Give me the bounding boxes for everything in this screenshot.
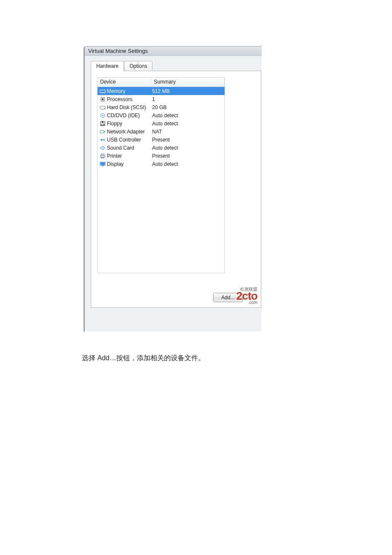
- vm-settings-window: Virtual Machine Settings Hardware Option…: [84, 46, 262, 332]
- device-summary: Auto detect: [152, 121, 223, 127]
- svg-rect-6: [102, 98, 104, 100]
- sound-icon: [99, 145, 106, 151]
- tab-options[interactable]: Options: [124, 61, 153, 71]
- device-label: Printer: [107, 153, 152, 159]
- hardware-panel: Device Summary Memory512 MBProcessors1Ha…: [91, 71, 261, 308]
- svg-rect-12: [102, 121, 104, 123]
- window-title-bar: Virtual Machine Settings: [85, 46, 262, 56]
- device-summary: NAT: [152, 129, 223, 135]
- device-row-cpu[interactable]: Processors1: [98, 95, 225, 103]
- device-label: Network Adapter: [107, 129, 152, 135]
- printer-icon: [99, 153, 106, 159]
- device-summary: 20 GB: [152, 104, 223, 110]
- device-summary: Present: [152, 137, 223, 143]
- header-summary[interactable]: Summary: [151, 78, 225, 87]
- svg-rect-25: [101, 162, 105, 165]
- tab-strip: Hardware Options: [91, 61, 262, 71]
- nic-icon: [99, 129, 106, 135]
- cd-icon: [99, 113, 106, 119]
- button-row: Add...: [213, 293, 243, 302]
- device-summary: 1: [152, 96, 223, 102]
- svg-rect-22: [101, 154, 104, 155]
- device-list[interactable]: Device Summary Memory512 MBProcessors1Ha…: [97, 77, 225, 273]
- device-row-nic[interactable]: Network AdapterNAT: [98, 127, 225, 136]
- device-label: CD/DVD (IDE): [107, 113, 152, 119]
- svg-point-10: [102, 115, 104, 116]
- device-list-header: Device Summary: [98, 78, 225, 87]
- device-label: Processors: [107, 96, 152, 102]
- device-label: Hard Disk (SCSI): [107, 104, 152, 110]
- floppy-icon: [99, 121, 106, 127]
- device-row-memory[interactable]: Memory512 MB: [98, 87, 225, 95]
- window-title: Virtual Machine Settings: [88, 48, 148, 54]
- svg-point-16: [101, 139, 102, 141]
- device-row-floppy[interactable]: FloppyAuto detect: [98, 119, 225, 127]
- device-label: Memory: [107, 88, 152, 94]
- device-row-cd[interactable]: CD/DVD (IDE)Auto detect: [98, 111, 225, 119]
- svg-rect-0: [100, 90, 105, 92]
- device-label: USB Controller: [107, 137, 152, 143]
- content-area: Hardware Options Device Summary Memory51…: [85, 56, 262, 308]
- device-row-hdd[interactable]: Hard Disk (SCSI)20 GB: [98, 103, 225, 111]
- tab-hardware[interactable]: Hardware: [91, 61, 124, 71]
- cpu-icon: [99, 96, 106, 102]
- device-label: Floppy: [107, 121, 152, 127]
- svg-rect-13: [101, 124, 104, 125]
- watermark-top: 红黑联盟: [236, 287, 257, 292]
- device-summary: 512 MB: [152, 88, 223, 94]
- hdd-icon: [99, 104, 106, 110]
- device-label: Sound Card: [107, 145, 152, 151]
- device-summary: Auto detect: [152, 161, 223, 167]
- device-row-usb[interactable]: USB ControllerPresent: [98, 136, 225, 144]
- usb-icon: [99, 137, 106, 143]
- device-row-display[interactable]: DisplayAuto detect: [98, 160, 225, 168]
- device-summary: Present: [152, 153, 223, 159]
- add-button[interactable]: Add...: [213, 293, 243, 302]
- device-row-sound[interactable]: Sound CardAuto detect: [98, 144, 225, 152]
- display-icon: [99, 161, 106, 167]
- svg-marker-20: [101, 146, 103, 150]
- page-caption: 选择 Add…按钮，添加相关的设备文件。: [82, 354, 205, 363]
- device-list-body: Memory512 MBProcessors1Hard Disk (SCSI)2…: [98, 87, 225, 168]
- device-summary: Auto detect: [152, 145, 223, 151]
- device-label: Display: [107, 161, 152, 167]
- device-summary: Auto detect: [152, 113, 223, 119]
- memory-icon: [99, 88, 106, 94]
- svg-point-8: [104, 108, 105, 109]
- header-device[interactable]: Device: [98, 78, 151, 87]
- svg-rect-15: [104, 131, 105, 132]
- device-row-printer[interactable]: PrinterPresent: [98, 152, 225, 160]
- svg-rect-14: [100, 130, 104, 133]
